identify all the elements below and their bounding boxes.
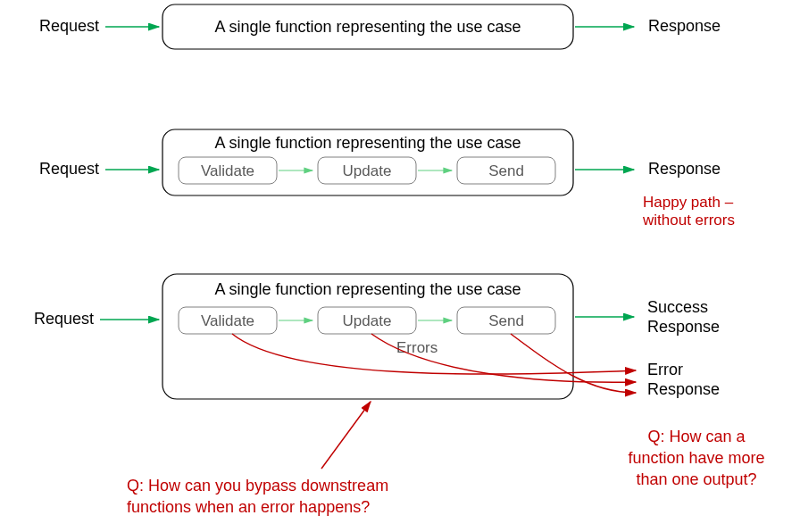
request-label: Request: [34, 310, 94, 328]
function-title: A single function representing the use c…: [214, 18, 521, 36]
q2-line1: Q: How can a: [647, 428, 746, 445]
happy-note-2: without errors: [642, 212, 735, 229]
q1-line2: functions when an error happens?: [127, 498, 370, 516]
errors-label: Errors: [396, 339, 438, 356]
step-label-send: Send: [488, 312, 524, 329]
error-response-label: Response: [647, 380, 720, 398]
step-label-validate: Validate: [201, 312, 254, 329]
function-title: A single function representing the use c…: [214, 134, 521, 152]
function-title: A single function representing the use c…: [214, 280, 521, 298]
row2: Request A single function representing t…: [39, 129, 735, 229]
step-label-validate: Validate: [201, 162, 254, 179]
response-label: Response: [647, 318, 720, 336]
step-label-send: Send: [488, 162, 524, 179]
step-label-update: Update: [343, 162, 392, 179]
q1-line1: Q: How can you bypass downstream: [127, 477, 388, 495]
row1: Request A single function representing t…: [39, 4, 721, 49]
request-label: Request: [39, 160, 99, 178]
success-label: Success: [647, 298, 708, 316]
q2-line2: function have more: [628, 449, 764, 467]
request-label: Request: [39, 17, 99, 35]
error-label: Error: [647, 361, 683, 378]
happy-note-1: Happy path –: [643, 194, 734, 211]
q1-pointer: [321, 402, 371, 469]
response-label: Response: [648, 17, 721, 35]
q2-line3: than one output?: [636, 470, 756, 488]
row3: Request A single function representing t…: [34, 274, 720, 399]
step-label-update: Update: [343, 312, 392, 329]
response-label: Response: [648, 160, 721, 178]
